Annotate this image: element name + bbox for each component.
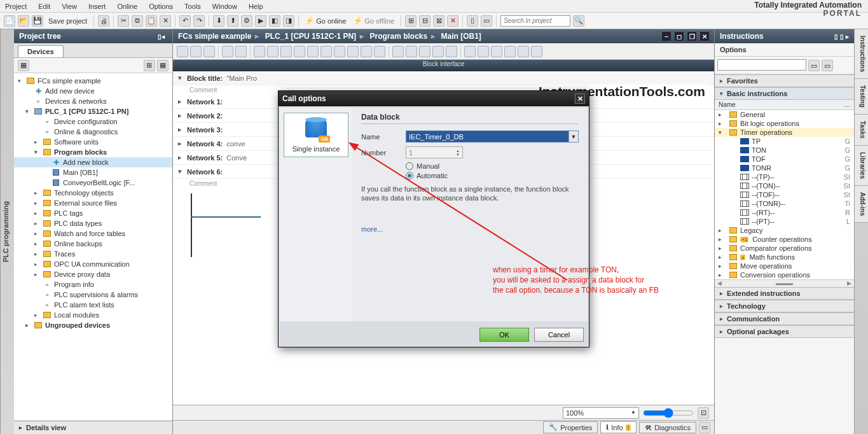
- opt-icon[interactable]: ▭: [808, 60, 820, 71]
- instruction-item[interactable]: TOFG: [715, 155, 854, 164]
- paste-icon[interactable]: 📋: [146, 15, 157, 27]
- radio-manual[interactable]: Manual: [406, 162, 579, 170]
- compile-icon[interactable]: ⚙: [241, 15, 252, 27]
- opt-icon[interactable]: ▭: [822, 60, 833, 71]
- editor-tool-icon[interactable]: [374, 46, 385, 57]
- tree-item[interactable]: ▸Technology objects: [14, 188, 172, 198]
- tab-info[interactable]: ℹ Info !: [600, 421, 637, 433]
- instruction-item[interactable]: ▸Comparator operations: [715, 244, 854, 253]
- db-name-field[interactable]: ▼: [406, 130, 579, 143]
- instruction-item[interactable]: ▸+1Counter operations: [715, 235, 854, 244]
- section-basic-instructions[interactable]: ▾Basic instructions: [715, 87, 854, 100]
- download-icon[interactable]: ⬇: [213, 15, 224, 27]
- tree-item[interactable]: ▸PLC tags: [14, 208, 172, 218]
- rtab-tasks[interactable]: Tasks: [855, 115, 868, 146]
- tree-item[interactable]: ▫PLC alarm text lists: [14, 300, 172, 310]
- menu-project[interactable]: Project: [5, 3, 27, 10]
- tree-item[interactable]: ▸Software units: [14, 137, 172, 147]
- panel-toggle-icon[interactable]: ▭: [699, 422, 710, 433]
- instruction-item[interactable]: --(TOF)--St: [715, 190, 854, 199]
- undo-icon[interactable]: ↶: [179, 15, 191, 27]
- tool-icon[interactable]: ✕: [447, 15, 458, 27]
- tree-item[interactable]: ▾FCs simple example: [14, 76, 172, 86]
- section-favorites[interactable]: ▸Favorites: [715, 74, 854, 87]
- instruction-item[interactable]: TONG: [715, 146, 854, 155]
- copy-icon[interactable]: ⧉: [132, 15, 143, 27]
- close-icon[interactable]: ✕: [700, 32, 709, 41]
- open-project-icon[interactable]: 📂: [18, 15, 29, 27]
- editor-tool-icon[interactable]: [222, 46, 233, 57]
- instruction-item[interactable]: ▸Move operations: [715, 262, 854, 270]
- instruction-item[interactable]: --(TP)--St: [715, 172, 854, 181]
- sim-icon[interactable]: ▶: [255, 15, 266, 27]
- tree-item[interactable]: ▫Online & diagnostics: [14, 127, 172, 137]
- rtab-instructions[interactable]: Instructions: [855, 29, 868, 79]
- instruction-item[interactable]: --(TONR)--Ti: [715, 199, 854, 208]
- tool-icon[interactable]: ⊠: [433, 15, 444, 27]
- tree-item[interactable]: ✚Add new block: [14, 157, 172, 167]
- zoom-slider[interactable]: [643, 408, 694, 418]
- section-optional[interactable]: ▸Optional packages: [715, 325, 854, 338]
- search-go-icon[interactable]: 🔍: [573, 15, 584, 27]
- split-v-icon[interactable]: ▭: [481, 15, 492, 27]
- instructions-search[interactable]: [717, 59, 806, 71]
- section-technology[interactable]: ▸Technology: [715, 300, 854, 312]
- tree-item[interactable]: ▸Online backups: [14, 239, 172, 249]
- go-offline-button[interactable]: ⚡Go offline: [351, 17, 397, 25]
- block-interface-bar[interactable]: Block interface: [173, 60, 714, 71]
- editor-tool-icon[interactable]: [294, 46, 305, 57]
- instruction-item[interactable]: TONRG: [715, 164, 854, 172]
- editor-tool-icon[interactable]: [347, 46, 359, 57]
- tree-item[interactable]: ConveyorBeltLogic [F...: [14, 178, 172, 188]
- print-icon[interactable]: 🖨: [98, 15, 109, 27]
- project-tree[interactable]: ▾FCs simple example✚Add new device▫Devic…: [14, 73, 172, 421]
- tool-icon[interactable]: ⊞: [405, 15, 417, 27]
- zoom-dropdown[interactable]: 100%▼: [563, 407, 639, 419]
- delete-icon[interactable]: ✕: [160, 15, 171, 27]
- tree-item[interactable]: ▸External source files: [14, 198, 172, 208]
- editor-tool-icon[interactable]: [419, 46, 431, 57]
- ok-button[interactable]: OK: [479, 328, 529, 342]
- tree-tool-icon[interactable]: ⊞: [144, 60, 155, 71]
- editor-tool-icon[interactable]: [478, 46, 489, 57]
- tree-tool-icon[interactable]: ▦: [157, 60, 169, 71]
- editor-tool-icon[interactable]: [320, 46, 332, 57]
- instruction-item[interactable]: --(TON)--St: [715, 181, 854, 190]
- tree-item[interactable]: ▸Watch and force tables: [14, 228, 172, 239]
- tool-icon[interactable]: ◧: [269, 15, 280, 27]
- editor-tool-icon[interactable]: [235, 46, 247, 57]
- instruction-item[interactable]: ▾Timer operations: [715, 128, 854, 137]
- rtab-libraries[interactable]: Libraries: [855, 146, 868, 186]
- rtab-addins[interactable]: Add-ins: [855, 186, 868, 223]
- tree-item[interactable]: ▸Local modules: [14, 310, 172, 320]
- menu-view[interactable]: View: [62, 3, 77, 10]
- instructions-tree[interactable]: Name… ▸General▸Bit logic operations▾Time…: [715, 100, 854, 287]
- editor-tool-icon[interactable]: [177, 46, 188, 57]
- editor-tool-icon[interactable]: [518, 46, 529, 57]
- tree-tool-icon[interactable]: ▦: [18, 60, 29, 71]
- menu-online[interactable]: Online: [117, 3, 137, 10]
- tree-item[interactable]: ▸OPC UA communication: [14, 259, 172, 269]
- left-strip-plc-programming[interactable]: PLC programming: [0, 29, 14, 434]
- tree-item[interactable]: ▸PLC data types: [14, 218, 172, 228]
- editor-tool-icon[interactable]: [464, 46, 476, 57]
- maximize-icon[interactable]: ◻: [675, 32, 684, 41]
- menu-tools[interactable]: Tools: [184, 3, 201, 10]
- editor-tool-icon[interactable]: [361, 46, 372, 57]
- editor-tool-icon[interactable]: [491, 46, 502, 57]
- minimize-icon[interactable]: –: [662, 32, 671, 41]
- radio-automatic[interactable]: Automatic: [406, 172, 579, 179]
- new-project-icon[interactable]: 📄: [4, 15, 15, 27]
- menu-insert[interactable]: Insert: [88, 3, 106, 10]
- editor-tool-icon[interactable]: [392, 46, 404, 57]
- instruction-item[interactable]: ▸Bit logic operations: [715, 119, 854, 128]
- menu-options[interactable]: Options: [149, 3, 173, 10]
- tree-item[interactable]: ▫Devices & networks: [14, 96, 172, 106]
- tab-properties[interactable]: 🔧 Properties: [543, 421, 598, 433]
- instruction-item[interactable]: ▸Legacy: [715, 226, 854, 235]
- rtab-testing[interactable]: Testing: [855, 79, 868, 115]
- tree-item[interactable]: ▸Ungrouped devices: [14, 320, 172, 330]
- tree-item[interactable]: ✚Add new device: [14, 86, 172, 96]
- tree-item[interactable]: Main [OB1]: [14, 167, 172, 178]
- editor-tool-icon[interactable]: [254, 46, 265, 57]
